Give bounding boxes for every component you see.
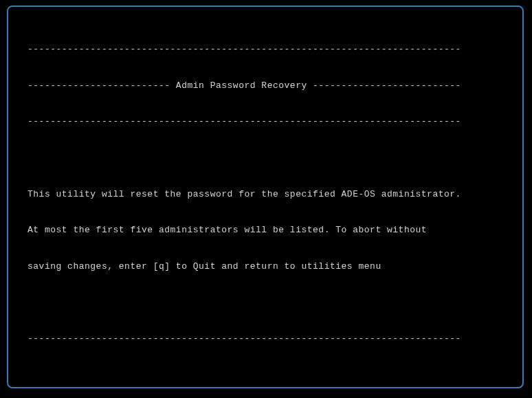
terminal-window: ----------------------------------------… — [7, 5, 524, 388]
description-line-3: saving changes, enter [q] to Quit and re… — [18, 261, 513, 273]
header-rule-top: ----------------------------------------… — [18, 43, 513, 56]
terminal-output: ----------------------------------------… — [18, 19, 513, 398]
separator-rule: ----------------------------------------… — [18, 333, 513, 345]
blank-line — [18, 369, 513, 382]
description-line-1: This utility will reset the password for… — [18, 188, 513, 201]
header-title: ------------------------- Admin Password… — [18, 80, 513, 92]
blank-line — [18, 152, 513, 164]
header-rule-bottom: ----------------------------------------… — [18, 115, 513, 128]
blank-line — [18, 297, 513, 309]
description-line-2: At most the first five administrators wi… — [18, 224, 513, 236]
